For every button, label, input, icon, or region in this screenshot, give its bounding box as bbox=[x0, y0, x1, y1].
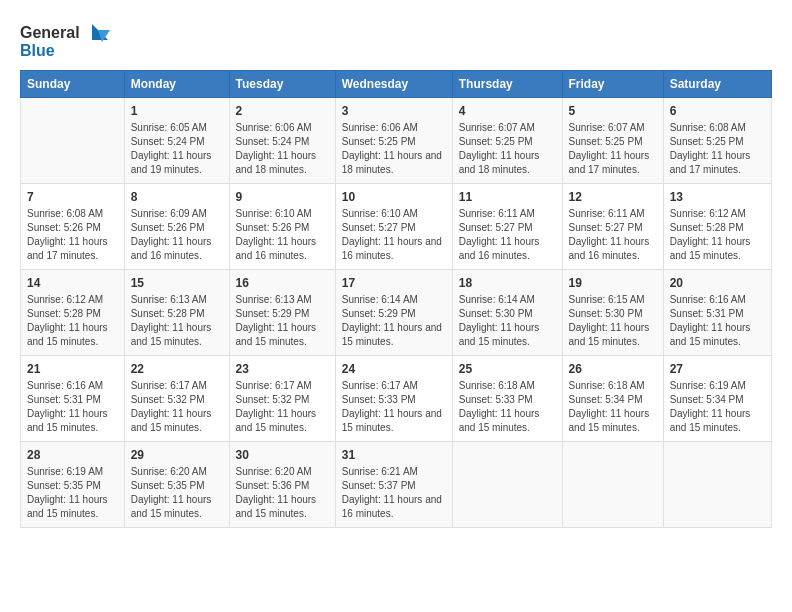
day-info: Sunrise: 6:13 AM Sunset: 5:29 PM Dayligh… bbox=[236, 293, 329, 349]
day-info: Sunrise: 6:12 AM Sunset: 5:28 PM Dayligh… bbox=[27, 293, 118, 349]
day-info: Sunrise: 6:09 AM Sunset: 5:26 PM Dayligh… bbox=[131, 207, 223, 263]
day-info: Sunrise: 6:10 AM Sunset: 5:27 PM Dayligh… bbox=[342, 207, 446, 263]
col-header-sunday: Sunday bbox=[21, 71, 125, 98]
day-info: Sunrise: 6:16 AM Sunset: 5:31 PM Dayligh… bbox=[670, 293, 765, 349]
week-row-2: 7Sunrise: 6:08 AM Sunset: 5:26 PM Daylig… bbox=[21, 184, 772, 270]
calendar-cell: 22Sunrise: 6:17 AM Sunset: 5:32 PM Dayli… bbox=[124, 356, 229, 442]
calendar-cell: 19Sunrise: 6:15 AM Sunset: 5:30 PM Dayli… bbox=[562, 270, 663, 356]
day-info: Sunrise: 6:17 AM Sunset: 5:33 PM Dayligh… bbox=[342, 379, 446, 435]
logo: GeneralBlue bbox=[20, 20, 110, 60]
calendar-cell: 21Sunrise: 6:16 AM Sunset: 5:31 PM Dayli… bbox=[21, 356, 125, 442]
calendar-cell: 11Sunrise: 6:11 AM Sunset: 5:27 PM Dayli… bbox=[452, 184, 562, 270]
day-number: 5 bbox=[569, 104, 657, 118]
day-info: Sunrise: 6:15 AM Sunset: 5:30 PM Dayligh… bbox=[569, 293, 657, 349]
col-header-tuesday: Tuesday bbox=[229, 71, 335, 98]
calendar-cell: 5Sunrise: 6:07 AM Sunset: 5:25 PM Daylig… bbox=[562, 98, 663, 184]
day-number: 30 bbox=[236, 448, 329, 462]
calendar-cell: 27Sunrise: 6:19 AM Sunset: 5:34 PM Dayli… bbox=[663, 356, 771, 442]
calendar-cell: 13Sunrise: 6:12 AM Sunset: 5:28 PM Dayli… bbox=[663, 184, 771, 270]
day-number: 23 bbox=[236, 362, 329, 376]
day-number: 14 bbox=[27, 276, 118, 290]
day-info: Sunrise: 6:20 AM Sunset: 5:35 PM Dayligh… bbox=[131, 465, 223, 521]
day-number: 6 bbox=[670, 104, 765, 118]
calendar-cell: 29Sunrise: 6:20 AM Sunset: 5:35 PM Dayli… bbox=[124, 442, 229, 528]
day-number: 3 bbox=[342, 104, 446, 118]
day-number: 22 bbox=[131, 362, 223, 376]
calendar-cell: 16Sunrise: 6:13 AM Sunset: 5:29 PM Dayli… bbox=[229, 270, 335, 356]
calendar-cell: 12Sunrise: 6:11 AM Sunset: 5:27 PM Dayli… bbox=[562, 184, 663, 270]
calendar-table: SundayMondayTuesdayWednesdayThursdayFrid… bbox=[20, 70, 772, 528]
day-number: 18 bbox=[459, 276, 556, 290]
calendar-cell: 7Sunrise: 6:08 AM Sunset: 5:26 PM Daylig… bbox=[21, 184, 125, 270]
day-number: 26 bbox=[569, 362, 657, 376]
calendar-cell bbox=[663, 442, 771, 528]
week-row-1: 1Sunrise: 6:05 AM Sunset: 5:24 PM Daylig… bbox=[21, 98, 772, 184]
day-number: 20 bbox=[670, 276, 765, 290]
calendar-cell: 30Sunrise: 6:20 AM Sunset: 5:36 PM Dayli… bbox=[229, 442, 335, 528]
day-info: Sunrise: 6:08 AM Sunset: 5:26 PM Dayligh… bbox=[27, 207, 118, 263]
day-number: 7 bbox=[27, 190, 118, 204]
calendar-cell: 14Sunrise: 6:12 AM Sunset: 5:28 PM Dayli… bbox=[21, 270, 125, 356]
day-info: Sunrise: 6:07 AM Sunset: 5:25 PM Dayligh… bbox=[569, 121, 657, 177]
calendar-cell: 4Sunrise: 6:07 AM Sunset: 5:25 PM Daylig… bbox=[452, 98, 562, 184]
day-info: Sunrise: 6:07 AM Sunset: 5:25 PM Dayligh… bbox=[459, 121, 556, 177]
day-info: Sunrise: 6:14 AM Sunset: 5:30 PM Dayligh… bbox=[459, 293, 556, 349]
day-number: 1 bbox=[131, 104, 223, 118]
day-number: 16 bbox=[236, 276, 329, 290]
calendar-cell: 26Sunrise: 6:18 AM Sunset: 5:34 PM Dayli… bbox=[562, 356, 663, 442]
calendar-cell: 17Sunrise: 6:14 AM Sunset: 5:29 PM Dayli… bbox=[335, 270, 452, 356]
calendar-cell: 3Sunrise: 6:06 AM Sunset: 5:25 PM Daylig… bbox=[335, 98, 452, 184]
day-number: 19 bbox=[569, 276, 657, 290]
week-row-3: 14Sunrise: 6:12 AM Sunset: 5:28 PM Dayli… bbox=[21, 270, 772, 356]
col-header-saturday: Saturday bbox=[663, 71, 771, 98]
day-number: 31 bbox=[342, 448, 446, 462]
day-info: Sunrise: 6:17 AM Sunset: 5:32 PM Dayligh… bbox=[131, 379, 223, 435]
day-info: Sunrise: 6:06 AM Sunset: 5:25 PM Dayligh… bbox=[342, 121, 446, 177]
day-info: Sunrise: 6:06 AM Sunset: 5:24 PM Dayligh… bbox=[236, 121, 329, 177]
day-number: 25 bbox=[459, 362, 556, 376]
calendar-cell: 18Sunrise: 6:14 AM Sunset: 5:30 PM Dayli… bbox=[452, 270, 562, 356]
day-number: 21 bbox=[27, 362, 118, 376]
calendar-cell: 23Sunrise: 6:17 AM Sunset: 5:32 PM Dayli… bbox=[229, 356, 335, 442]
col-header-thursday: Thursday bbox=[452, 71, 562, 98]
day-number: 4 bbox=[459, 104, 556, 118]
day-number: 8 bbox=[131, 190, 223, 204]
day-info: Sunrise: 6:11 AM Sunset: 5:27 PM Dayligh… bbox=[459, 207, 556, 263]
day-number: 11 bbox=[459, 190, 556, 204]
day-number: 15 bbox=[131, 276, 223, 290]
calendar-cell: 8Sunrise: 6:09 AM Sunset: 5:26 PM Daylig… bbox=[124, 184, 229, 270]
calendar-cell: 31Sunrise: 6:21 AM Sunset: 5:37 PM Dayli… bbox=[335, 442, 452, 528]
day-info: Sunrise: 6:11 AM Sunset: 5:27 PM Dayligh… bbox=[569, 207, 657, 263]
day-info: Sunrise: 6:08 AM Sunset: 5:25 PM Dayligh… bbox=[670, 121, 765, 177]
day-info: Sunrise: 6:18 AM Sunset: 5:33 PM Dayligh… bbox=[459, 379, 556, 435]
calendar-cell: 2Sunrise: 6:06 AM Sunset: 5:24 PM Daylig… bbox=[229, 98, 335, 184]
day-info: Sunrise: 6:14 AM Sunset: 5:29 PM Dayligh… bbox=[342, 293, 446, 349]
day-number: 24 bbox=[342, 362, 446, 376]
svg-text:General: General bbox=[20, 24, 80, 41]
day-info: Sunrise: 6:21 AM Sunset: 5:37 PM Dayligh… bbox=[342, 465, 446, 521]
calendar-cell: 25Sunrise: 6:18 AM Sunset: 5:33 PM Dayli… bbox=[452, 356, 562, 442]
day-number: 17 bbox=[342, 276, 446, 290]
day-info: Sunrise: 6:12 AM Sunset: 5:28 PM Dayligh… bbox=[670, 207, 765, 263]
calendar-cell: 1Sunrise: 6:05 AM Sunset: 5:24 PM Daylig… bbox=[124, 98, 229, 184]
day-number: 29 bbox=[131, 448, 223, 462]
day-info: Sunrise: 6:20 AM Sunset: 5:36 PM Dayligh… bbox=[236, 465, 329, 521]
col-header-monday: Monday bbox=[124, 71, 229, 98]
day-info: Sunrise: 6:18 AM Sunset: 5:34 PM Dayligh… bbox=[569, 379, 657, 435]
day-info: Sunrise: 6:10 AM Sunset: 5:26 PM Dayligh… bbox=[236, 207, 329, 263]
calendar-cell bbox=[452, 442, 562, 528]
calendar-cell: 6Sunrise: 6:08 AM Sunset: 5:25 PM Daylig… bbox=[663, 98, 771, 184]
day-number: 10 bbox=[342, 190, 446, 204]
svg-text:Blue: Blue bbox=[20, 42, 55, 59]
calendar-cell: 10Sunrise: 6:10 AM Sunset: 5:27 PM Dayli… bbox=[335, 184, 452, 270]
day-number: 9 bbox=[236, 190, 329, 204]
calendar-cell bbox=[562, 442, 663, 528]
week-row-4: 21Sunrise: 6:16 AM Sunset: 5:31 PM Dayli… bbox=[21, 356, 772, 442]
col-header-friday: Friday bbox=[562, 71, 663, 98]
day-number: 28 bbox=[27, 448, 118, 462]
day-info: Sunrise: 6:17 AM Sunset: 5:32 PM Dayligh… bbox=[236, 379, 329, 435]
calendar-cell: 20Sunrise: 6:16 AM Sunset: 5:31 PM Dayli… bbox=[663, 270, 771, 356]
day-info: Sunrise: 6:19 AM Sunset: 5:35 PM Dayligh… bbox=[27, 465, 118, 521]
day-info: Sunrise: 6:16 AM Sunset: 5:31 PM Dayligh… bbox=[27, 379, 118, 435]
header: GeneralBlue bbox=[20, 20, 772, 60]
